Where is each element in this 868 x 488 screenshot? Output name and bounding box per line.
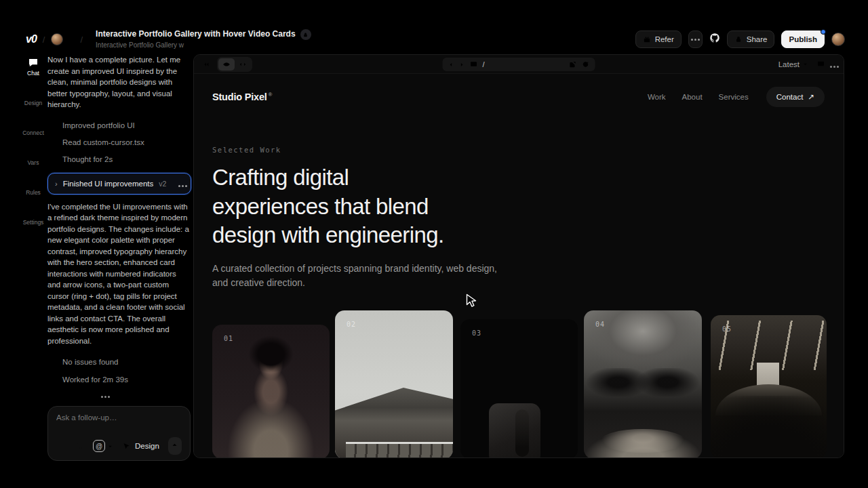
contact-button[interactable]: Contact ↗: [766, 87, 825, 107]
follow-up-input[interactable]: [56, 413, 182, 432]
version-dropdown[interactable]: Latest: [778, 60, 808, 68]
card-number: 04: [595, 321, 605, 328]
publish-button[interactable]: Publish: [781, 30, 825, 48]
brand-mark: ®: [269, 92, 273, 98]
message-more-button[interactable]: [104, 396, 106, 398]
more-options-button[interactable]: [688, 30, 703, 48]
lock-icon: [734, 35, 743, 43]
paperclip-icon: [28, 176, 39, 187]
arrow-up-right-icon: ↗: [808, 92, 814, 102]
card-image-lips: [600, 429, 685, 453]
card-number: 05: [722, 325, 732, 333]
rail-label: Rules: [26, 189, 41, 196]
settings-sliders-button[interactable]: [75, 441, 84, 451]
step-label: Improved portfolio UI: [62, 121, 135, 129]
step-read-custom-cursor[interactable]: Read custom-cursor.tsx: [47, 134, 191, 151]
view-toggle-group: [217, 57, 252, 72]
topbar-actions: Refer Share Publish: [635, 30, 845, 48]
task-card-finished-ui-improvements[interactable]: › Finished UI improvements v2: [47, 173, 191, 195]
portfolio-card-4[interactable]: 04: [584, 310, 702, 458]
nav-services[interactable]: Services: [719, 93, 749, 101]
site-nav: Work About Services Contact ↗: [648, 87, 825, 107]
app-topbar: v0 / / Interactive Portfolio Gallery wit…: [0, 28, 868, 50]
share-button[interactable]: Share: [727, 30, 775, 48]
breadcrumb-separator: /: [43, 35, 45, 45]
preview-more-button[interactable]: [833, 58, 835, 70]
nav-about[interactable]: About: [682, 93, 703, 101]
forward-button[interactable]: [459, 62, 465, 68]
send-button[interactable]: [168, 437, 182, 455]
url-path[interactable]: /: [483, 60, 564, 68]
wrench-icon: [47, 358, 56, 367]
section-eyebrow: Selected Work: [212, 146, 844, 154]
feedback-row: [47, 392, 191, 401]
issues-status[interactable]: No issues found: [47, 353, 191, 371]
card-image-glass: [346, 442, 453, 458]
rail-label: Chat: [27, 70, 39, 77]
thumbs-up-button[interactable]: [47, 392, 56, 401]
step-improved-portfolio-ui[interactable]: Improved portfolio UI: [47, 117, 191, 134]
thumbs-down-button[interactable]: [66, 392, 75, 401]
attach-plus-button[interactable]: [56, 441, 66, 451]
breadcrumb-separator: /: [80, 35, 83, 45]
sub-line: and creative direction.: [212, 277, 305, 288]
sidebar-item-chat[interactable]: Chat: [27, 57, 39, 77]
feedback-mail-icon[interactable]: [27, 444, 37, 456]
step-label: Thought for 2s: [62, 155, 113, 163]
composer: @ Design: [47, 406, 191, 461]
nav-work[interactable]: Work: [648, 93, 666, 101]
open-external-button[interactable]: [569, 60, 577, 68]
ellipsis-icon: [104, 396, 106, 398]
device-monitor-button[interactable]: [816, 60, 825, 68]
workspace-avatar[interactable]: [51, 33, 63, 45]
assistant-summary: I've completed the UI improvements with …: [47, 201, 191, 347]
search-icon: [47, 138, 56, 147]
workspace-selector[interactable]: [67, 33, 74, 45]
rail-label: Vars: [28, 159, 39, 166]
v0-logo[interactable]: v0: [26, 33, 37, 45]
refresh-button[interactable]: [582, 60, 590, 68]
mention-source-button[interactable]: @: [93, 440, 113, 452]
card-number: 02: [347, 321, 356, 328]
card-image-slot: [515, 409, 529, 458]
sidebar-item-rules[interactable]: Rules: [26, 176, 41, 196]
site-brand[interactable]: Studio Pixel®: [212, 92, 272, 102]
portfolio-card-5[interactable]: 05: [711, 315, 827, 458]
rail-label: Design: [24, 100, 42, 106]
sidebar-item-design[interactable]: Design: [24, 87, 42, 106]
file-icon: [47, 121, 56, 130]
sidebar-item-vars[interactable]: Vars: [28, 146, 39, 166]
design-mode-button[interactable]: Design: [122, 442, 159, 451]
breadcrumb: Interactive Portfolio Gallery with Hover…: [96, 29, 311, 49]
github-icon[interactable]: [709, 33, 720, 46]
user-avatar[interactable]: [831, 33, 845, 46]
task-menu-button[interactable]: [182, 178, 184, 190]
project-title[interactable]: Interactive Portfolio Gallery with Hover…: [96, 30, 296, 39]
browser-icon: [470, 60, 478, 68]
sidebar-item-settings[interactable]: Settings: [23, 206, 44, 226]
refer-button[interactable]: Refer: [635, 30, 682, 48]
hero-line: design with engineering.: [212, 221, 844, 250]
thought-icon: [47, 155, 56, 164]
composer-toolbar: @ Design: [56, 437, 182, 455]
preview-eye-toggle[interactable]: [218, 58, 235, 70]
gift-icon: [643, 35, 651, 43]
copy-button[interactable]: [85, 392, 94, 401]
refer-label: Refer: [655, 35, 674, 43]
card-image-object: [489, 403, 540, 458]
cursor-icon: [122, 442, 131, 451]
back-button[interactable]: [448, 62, 454, 68]
step-thought[interactable]: Thought for 2s: [47, 151, 191, 168]
sidebar-item-connect[interactable]: Connect: [22, 117, 44, 136]
activity-icon: [47, 375, 56, 384]
portfolio-card-3[interactable]: 03: [460, 319, 578, 458]
code-toggle[interactable]: [235, 58, 251, 70]
private-lock-icon[interactable]: [300, 29, 311, 40]
chevron-down-icon: [802, 61, 808, 67]
portfolio-card-2[interactable]: 02: [335, 310, 453, 458]
portfolio-card-1[interactable]: 01: [212, 325, 330, 458]
collapse-panel-button[interactable]: [202, 60, 210, 68]
chevron-down-icon: [107, 443, 113, 449]
publish-label: Publish: [789, 35, 817, 43]
project-subtitle: Interactive Portfolio Gallery w: [96, 41, 311, 49]
